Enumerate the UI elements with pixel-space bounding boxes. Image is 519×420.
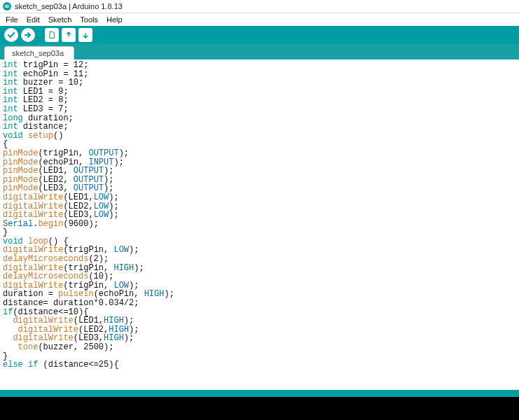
sketch-tab[interactable]: sketch_sep03a	[4, 46, 74, 59]
code-line: long duration;	[3, 114, 516, 123]
code-line: int LED1 = 9;	[3, 88, 516, 97]
window-title: sketch_sep03a | Arduino 1.8.13	[15, 2, 123, 10]
menu-help[interactable]: Help	[104, 15, 125, 24]
upload-button[interactable]	[21, 28, 35, 42]
menu-tools[interactable]: Tools	[77, 15, 101, 24]
code-line: int buzzer = 10;	[3, 78, 516, 88]
code-line: Serial.begin(9600);	[3, 220, 516, 229]
code-line: }	[3, 228, 516, 237]
verify-button[interactable]	[4, 28, 18, 42]
console-divider	[0, 390, 519, 397]
code-editor[interactable]: int trigPin = 12;int echoPin = 11;int bu…	[0, 59, 519, 390]
tab-strip: sketch_sep03a	[0, 44, 519, 59]
code-line: int LED2 = 8;	[3, 96, 516, 105]
code-line: else if (distance<=25){	[3, 360, 516, 370]
code-line: int LED3 = 7;	[3, 105, 516, 114]
open-sketch-button[interactable]	[62, 28, 76, 42]
console-output	[0, 397, 519, 420]
toolbar	[0, 26, 519, 44]
new-sketch-button[interactable]	[45, 28, 59, 42]
code-line: void setup()	[3, 132, 516, 141]
arduino-app-icon	[3, 2, 11, 10]
menu-sketch[interactable]: Sketch	[46, 15, 75, 24]
toolbar-group-compile	[4, 28, 35, 42]
code-line: tone(buzzer, 2500);	[3, 343, 516, 352]
menu-file[interactable]: File	[3, 15, 21, 24]
toolbar-group-file	[45, 28, 92, 42]
menu-bar: File Edit Sketch Tools Help	[0, 13, 519, 26]
menu-edit[interactable]: Edit	[24, 15, 43, 24]
title-bar: sketch_sep03a | Arduino 1.8.13	[0, 0, 519, 13]
save-sketch-button[interactable]	[78, 28, 92, 42]
code-line: int distance;	[3, 122, 516, 132]
